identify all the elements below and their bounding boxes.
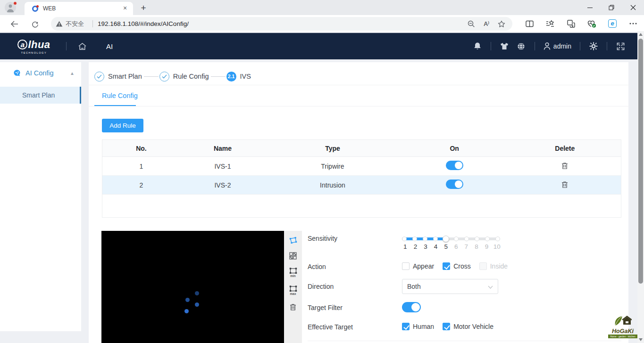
max-size-button[interactable]: max [289, 286, 297, 295]
slider-step-dot[interactable] [433, 237, 438, 241]
settings-button[interactable] [589, 41, 598, 51]
slider-step-dot[interactable] [454, 237, 459, 241]
slider-thumb[interactable] [443, 236, 449, 242]
slider-step-dot[interactable] [402, 237, 407, 241]
window-minimize-button[interactable] [579, 0, 601, 15]
scrollbar-thumb[interactable] [638, 39, 643, 284]
new-tab-button[interactable]: + [137, 2, 150, 14]
notifications-button[interactable] [473, 41, 482, 51]
direction-label: Direction [308, 283, 334, 290]
cell-name: IVS-1 [180, 163, 265, 170]
tick-label[interactable]: 7 [461, 243, 472, 250]
window-close-button[interactable] [622, 0, 644, 15]
slider-step-dot[interactable] [412, 237, 417, 241]
scroll-down-arrow[interactable] [637, 336, 644, 343]
min-size-button[interactable]: min [289, 268, 297, 278]
ellipsis-icon [629, 23, 637, 24]
step-done-icon [159, 72, 169, 82]
clear-drawing-button[interactable] [290, 303, 296, 310]
browser-essentials-icon [587, 20, 596, 28]
table-row[interactable]: 1 IVS-1 Tripwire [102, 157, 621, 176]
delete-rule-icon[interactable] [561, 181, 568, 188]
account-menu[interactable]: admin [544, 42, 571, 50]
slider-step-dot[interactable] [485, 237, 490, 241]
tab-groups-button[interactable] [566, 17, 576, 30]
tick-label[interactable]: 8 [471, 243, 482, 250]
sensitivity-slider[interactable] [402, 237, 500, 241]
table-row[interactable]: 2 IVS-2 Intrusion [102, 176, 621, 195]
tick-label[interactable]: 2 [410, 243, 421, 250]
tick-label[interactable]: 5 [441, 243, 451, 250]
theme-button[interactable] [500, 41, 509, 51]
tab-close-icon[interactable]: × [121, 4, 129, 13]
checkbox-checked-icon[interactable] [402, 323, 410, 330]
user-icon [544, 42, 551, 50]
settings-menu-button[interactable] [628, 17, 638, 30]
ai-config-icon [13, 69, 21, 77]
bell-icon [474, 42, 481, 50]
step-label[interactable]: Smart Plan [108, 73, 142, 80]
video-preview[interactable] [101, 231, 284, 343]
read-aloud-button[interactable]: A) [480, 18, 493, 30]
slider-step-dot[interactable] [475, 237, 479, 241]
checkbox-checked-icon[interactable] [443, 323, 450, 330]
checkbox-appear[interactable]: Appear [402, 262, 434, 270]
browser-toolbar: 不安全 192.168.1.108/#/index/AIConfig/ A) e [0, 15, 644, 33]
favorite-button[interactable] [495, 18, 508, 30]
tick-label[interactable]: 10 [492, 243, 502, 250]
collections-button[interactable] [545, 17, 555, 30]
tick-label[interactable]: 6 [451, 243, 461, 250]
tick-label[interactable]: 4 [431, 243, 441, 250]
sidebar-group-ai-config[interactable]: AI Config ▲ [0, 62, 81, 84]
ie-mode-button[interactable]: e [607, 17, 618, 30]
rule-on-toggle[interactable] [446, 180, 463, 189]
tick-label[interactable]: 9 [482, 243, 492, 250]
home-button[interactable] [77, 41, 87, 51]
sidebar-item-smart-plan[interactable]: Smart Plan [0, 87, 81, 104]
zoom-out-button[interactable] [465, 18, 477, 30]
address-bar[interactable]: 不安全 192.168.1.108/#/index/AIConfig/ A) [51, 17, 512, 31]
page-scrollbar[interactable] [637, 31, 644, 343]
browser-essentials-button[interactable] [586, 17, 597, 30]
security-label[interactable]: 不安全 [66, 20, 84, 28]
fullscreen-button[interactable] [616, 41, 625, 51]
language-button[interactable] [517, 41, 526, 51]
split-screen-button[interactable] [524, 17, 535, 30]
url-text[interactable]: 192.168.1.108/#/index/AIConfig/ [98, 20, 462, 27]
window-restore-button[interactable] [601, 0, 622, 15]
slider-step-dot[interactable] [464, 237, 469, 241]
slider-step-dot[interactable] [495, 237, 500, 241]
direction-value: Both [407, 283, 421, 290]
minimize-icon [587, 5, 593, 10]
checkbox-motor-vehicle[interactable]: Motor Vehicle [443, 323, 493, 330]
checkbox-checked-icon[interactable] [443, 262, 450, 270]
tick-label[interactable]: 3 [420, 243, 431, 250]
tab-groups-icon [567, 20, 575, 28]
chevron-up-icon: ▲ [70, 71, 75, 76]
add-rule-button[interactable]: Add Rule [102, 119, 143, 132]
exclude-area-button[interactable] [289, 252, 297, 260]
tick-label[interactable]: 1 [400, 243, 410, 250]
username: admin [553, 42, 571, 50]
refresh-button[interactable] [28, 17, 42, 31]
loading-spinner-dot [185, 298, 190, 302]
delete-rule-icon[interactable] [561, 162, 568, 169]
col-header-delete: Delete [509, 145, 621, 152]
checkbox-human[interactable]: Human [402, 323, 434, 330]
checkbox-icon[interactable] [402, 262, 410, 270]
draw-rule-button[interactable] [289, 237, 297, 244]
target-filter-toggle[interactable] [402, 302, 421, 312]
slider-step-dot[interactable] [423, 237, 427, 241]
rules-table: No. Name Type On Delete 1 IVS-1 Tripwire… [102, 139, 621, 218]
browser-tab[interactable]: WEB × [25, 2, 133, 15]
back-button[interactable] [8, 17, 21, 31]
direction-select[interactable]: Both [402, 279, 498, 294]
rule-on-toggle[interactable] [446, 161, 463, 170]
cell-name: IVS-2 [180, 181, 265, 189]
page-title: AI [106, 42, 113, 50]
tab-rule-config[interactable]: Rule Config [102, 92, 138, 99]
step-label[interactable]: IVS [240, 73, 251, 80]
step-label[interactable]: Rule Config [173, 73, 209, 80]
checkbox-cross[interactable]: Cross [443, 262, 471, 270]
scroll-up-arrow[interactable] [637, 31, 644, 38]
